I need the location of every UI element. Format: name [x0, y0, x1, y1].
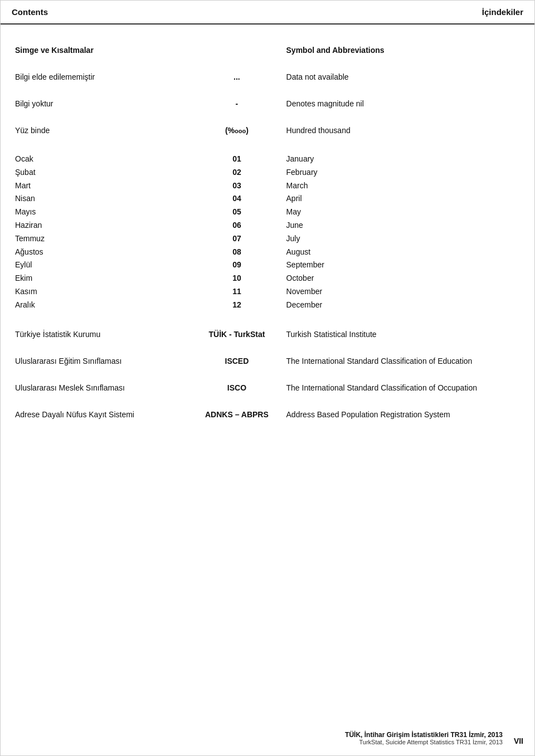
month-number-9: 09 [194, 258, 279, 272]
abbr-adnks: ADNKS – ABPRS [191, 406, 283, 423]
month-number-5: 05 [194, 206, 279, 219]
month-number-1: 01 [194, 153, 279, 166]
month-english-3: March [286, 179, 520, 193]
month-english-2: February [286, 166, 520, 179]
months-numbers-list: 010203040506070809101112 [191, 148, 283, 316]
month-english-5: May [286, 206, 520, 219]
month-turkish-2: Şubat [15, 166, 187, 179]
footer-main-line: TÜİK, İntihar Girişim İstatistikleri TR3… [345, 731, 503, 739]
row-adnks: Adrese Dayalı Nüfus Kayıt Sistemi ADNKS … [12, 406, 523, 423]
month-number-11: 11 [194, 285, 279, 299]
section-header-turkish: Simge ve Kısaltmalar [12, 41, 191, 59]
month-english-1: January [286, 153, 520, 166]
abbr-turkstat: TÜİK - TurkStat [191, 325, 283, 343]
month-turkish-11: Kasım [15, 285, 187, 299]
spacer-2 [12, 86, 523, 95]
abbr-hundred: (%ooo) [191, 121, 283, 139]
month-turkish-1: Ocak [15, 153, 187, 166]
row-hundred-thousand: Yüz binde (%ooo) Hundred thousand [12, 121, 523, 139]
turkish-label-hundred: Yüz binde [12, 121, 191, 139]
turkish-label-adnks: Adrese Dayalı Nüfus Kayıt Sistemi [12, 406, 191, 423]
section-header-abbr [191, 41, 283, 59]
page-footer: TÜİK, İntihar Girişim İstatistikleri TR3… [1, 731, 534, 745]
spacer-7 [12, 370, 523, 379]
page-header: Contents İçindekiler [1, 1, 534, 25]
month-english-9: September [286, 258, 520, 272]
section-header-row: Simge ve Kısaltmalar Symbol and Abbrevia… [12, 41, 523, 59]
english-label-isco: The International Standard Classificatio… [283, 379, 523, 397]
month-english-12: December [286, 299, 520, 312]
month-english-10: October [286, 272, 520, 285]
abbr-magnitude: - [191, 95, 283, 113]
month-number-6: 06 [194, 219, 279, 232]
abbr-isco: ISCO [191, 379, 283, 397]
footer-sub-line: TurkStat, Suicide Attempt Statistics TR3… [345, 739, 503, 745]
english-label-data-na: Data not available [283, 68, 523, 86]
month-english-11: November [286, 285, 520, 299]
spacer-4 [12, 139, 523, 148]
english-label-isced: The International Standard Classificatio… [283, 352, 523, 370]
month-turkish-6: Haziran [15, 219, 187, 232]
spacer-5 [12, 316, 523, 325]
months-english-list: JanuaryFebruaryMarchAprilMayJuneJulyAugu… [283, 148, 523, 316]
row-magnitude-nil: Bilgi yoktur - Denotes magnitude nil [12, 95, 523, 113]
turkish-label-turkstat: Türkiye İstatistik Kurumu [12, 325, 191, 343]
month-number-3: 03 [194, 179, 279, 193]
months-row: OcakŞubatMartNisanMayısHaziranTemmuzAğus… [12, 148, 523, 316]
month-number-4: 04 [194, 192, 279, 206]
header-icindekiler-label: İçindekiler [482, 7, 523, 17]
spacer-8 [12, 397, 523, 406]
row-turkstat: Türkiye İstatistik Kurumu TÜİK - TurkSta… [12, 325, 523, 343]
month-english-8: August [286, 246, 520, 259]
month-turkish-9: Eylül [15, 258, 187, 272]
month-turkish-3: Mart [15, 179, 187, 193]
page-number: VII [514, 737, 523, 745]
footer-text-block: TÜİK, İntihar Girişim İstatistikleri TR3… [345, 731, 503, 745]
month-turkish-5: Mayıs [15, 206, 187, 219]
abbr-data-na: ... [191, 68, 283, 86]
turkish-label-isced: Uluslararası Eğitim Sınıflaması [12, 352, 191, 370]
row-isco: Uluslararası Meslek Sınıflaması ISCO The… [12, 379, 523, 397]
main-content: Simge ve Kısaltmalar Symbol and Abbrevia… [1, 25, 534, 435]
month-number-2: 02 [194, 166, 279, 179]
month-turkish-7: Temmuz [15, 232, 187, 246]
month-number-12: 12 [194, 299, 279, 312]
month-number-8: 08 [194, 246, 279, 259]
page-container: Contents İçindekiler Simge ve Kısaltmala… [0, 0, 535, 756]
spacer-3 [12, 113, 523, 121]
month-number-10: 10 [194, 272, 279, 285]
turkish-label-data-na: Bilgi elde edilememiştir [12, 68, 191, 86]
month-english-7: July [286, 232, 520, 246]
month-english-6: June [286, 219, 520, 232]
abbr-isced: ISCED [191, 352, 283, 370]
english-label-adnks: Address Based Population Registration Sy… [283, 406, 523, 423]
english-label-hundred: Hundred thousand [283, 121, 523, 139]
month-turkish-8: Ağustos [15, 246, 187, 259]
row-isced: Uluslararası Eğitim Sınıflaması ISCED Th… [12, 352, 523, 370]
row-data-not-available: Bilgi elde edilememiştir ... Data not av… [12, 68, 523, 86]
english-label-turkstat: Turkish Statistical Institute [283, 325, 523, 343]
spacer-6 [12, 343, 523, 352]
section-header-english: Symbol and Abbreviations [283, 41, 523, 59]
turkish-label-magnitude: Bilgi yoktur [12, 95, 191, 113]
month-turkish-10: Ekim [15, 272, 187, 285]
month-number-7: 07 [194, 232, 279, 246]
month-turkish-12: Aralık [15, 299, 187, 312]
abbreviations-table: Simge ve Kısaltmalar Symbol and Abbrevia… [12, 41, 523, 423]
month-english-4: April [286, 192, 520, 206]
turkish-label-isco: Uluslararası Meslek Sınıflaması [12, 379, 191, 397]
header-contents-label: Contents [12, 7, 48, 17]
month-turkish-4: Nisan [15, 192, 187, 206]
spacer-1 [12, 59, 523, 68]
months-turkish-list: OcakŞubatMartNisanMayısHaziranTemmuzAğus… [12, 148, 191, 316]
english-label-magnitude: Denotes magnitude nil [283, 95, 523, 113]
